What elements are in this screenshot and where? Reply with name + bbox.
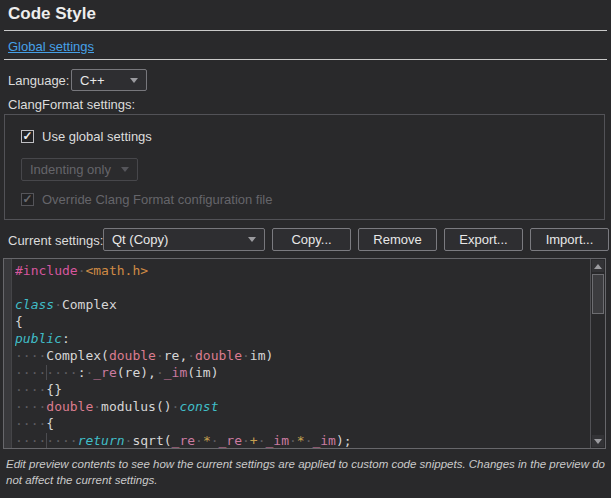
code-line: ····{} (15, 381, 589, 398)
clangformat-label: ClangFormat settings: (8, 97, 135, 112)
use-global-settings-label: Use global settings (42, 129, 152, 144)
clangformat-groupbox: ✓ Use global settings Indenting only ✓ O… (4, 114, 605, 220)
global-settings-link[interactable]: Global settings (8, 39, 94, 54)
page-title: Code Style (8, 4, 96, 24)
code-line: class·Complex (15, 296, 589, 313)
override-config-label: Override Clang Format configuration file (42, 192, 273, 207)
code-line: #include·<math.h> (15, 262, 589, 279)
code-style-settings-page: Code Style Global settings Language: C++… (0, 0, 611, 498)
code-line: ····double·modulus()·const (15, 398, 589, 415)
code-line: { (15, 313, 589, 330)
language-select-value: C++ (80, 73, 105, 88)
editor-left-margin (4, 259, 12, 448)
language-select[interactable]: C++ (71, 69, 147, 91)
chevron-down-icon (121, 167, 129, 172)
use-global-settings-checkbox[interactable]: ✓ Use global settings (21, 129, 152, 144)
chevron-down-icon (130, 78, 138, 83)
arrow-up-icon (594, 264, 602, 269)
language-label: Language: (8, 73, 69, 88)
scroll-up-button[interactable] (592, 260, 604, 272)
checkbox-check-icon: ✓ (21, 193, 34, 206)
footer-note: Edit preview contents to see how the cur… (6, 456, 606, 488)
import-button[interactable]: Import... (530, 228, 609, 251)
editor-vertical-scrollbar[interactable] (590, 259, 605, 448)
code-line: public: (15, 330, 589, 347)
chevron-down-icon (248, 237, 256, 242)
copy-button[interactable]: Copy... (272, 228, 351, 251)
code-line: ········return·sqrt(_re·*·_re·+·_im·*·_i… (15, 432, 589, 448)
current-settings-label: Current settings: (8, 233, 103, 248)
separator (4, 30, 607, 31)
scrollbar-thumb[interactable] (592, 274, 604, 314)
clangformat-mode-value: Indenting only (30, 162, 111, 177)
remove-button[interactable]: Remove (358, 228, 437, 251)
current-settings-select[interactable]: Qt (Copy) (103, 228, 265, 251)
clangformat-mode-select[interactable]: Indenting only (21, 158, 138, 181)
override-config-checkbox[interactable]: ✓ Override Clang Format configuration fi… (21, 192, 273, 207)
arrow-down-icon (594, 439, 602, 444)
code-preview-editor[interactable]: #include·<math.h> class·Complex{public:·… (3, 258, 606, 449)
checkbox-check-icon: ✓ (21, 130, 34, 143)
code-line: ····{ (15, 415, 589, 432)
current-settings-value: Qt (Copy) (112, 232, 168, 247)
code-line (15, 279, 589, 296)
code-line: ········:·_re(re),·_im(im) (15, 364, 589, 381)
code-line: ····Complex(double·re,·double·im) (15, 347, 589, 364)
separator (4, 59, 607, 60)
scroll-down-button[interactable] (592, 435, 604, 447)
export-button[interactable]: Export... (444, 228, 523, 251)
code-area[interactable]: #include·<math.h> class·Complex{public:·… (15, 262, 589, 448)
